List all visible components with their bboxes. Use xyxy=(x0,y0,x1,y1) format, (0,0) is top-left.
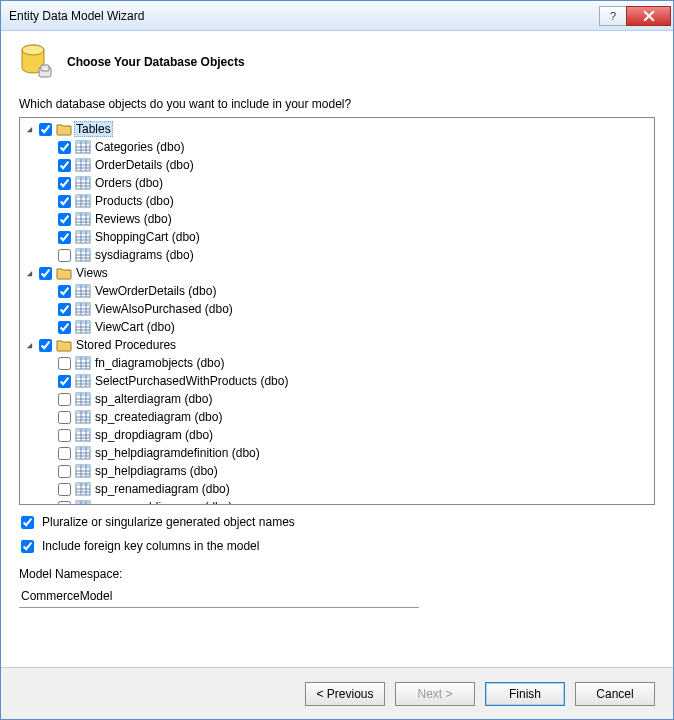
svg-rect-3 xyxy=(41,65,49,71)
tree-item-proc[interactable]: SelectPurchasedWithProducts (dbo) xyxy=(24,372,650,390)
tree-item-icon xyxy=(75,319,91,335)
tree-checkbox[interactable] xyxy=(58,483,71,496)
tree-item-icon xyxy=(75,229,91,245)
collapse-icon[interactable]: ◢ xyxy=(24,124,35,135)
foreignkey-option: Include foreign key columns in the model xyxy=(19,539,655,553)
svg-rect-29 xyxy=(76,213,90,216)
tree-checkbox[interactable] xyxy=(58,465,71,478)
wizard-body: Which database objects do you want to in… xyxy=(1,89,673,667)
svg-rect-65 xyxy=(76,357,90,360)
tree-item-proc[interactable]: sp_helpdiagramdefinition (dbo) xyxy=(24,444,650,462)
previous-button[interactable]: < Previous xyxy=(305,682,385,706)
tree-item-label: sp_dropdiagram (dbo) xyxy=(93,428,215,442)
svg-rect-83 xyxy=(76,411,90,414)
tree-item-icon xyxy=(75,445,91,461)
tree-item-proc[interactable]: sp_dropdiagram (dbo) xyxy=(24,426,650,444)
tree-item-table[interactable]: OrderDetails (dbo) xyxy=(24,156,650,174)
tree-item-proc[interactable]: sp_renamediagram (dbo) xyxy=(24,480,650,498)
tree-checkbox[interactable] xyxy=(39,267,52,280)
tree-checkbox[interactable] xyxy=(58,321,71,334)
tree-item-icon xyxy=(75,499,91,505)
svg-rect-89 xyxy=(76,429,90,432)
tree-node-views[interactable]: ◢Views xyxy=(24,264,650,282)
tree-checkbox[interactable] xyxy=(58,357,71,370)
tree-item-icon xyxy=(75,355,91,371)
collapse-icon[interactable]: ◢ xyxy=(24,340,35,351)
svg-rect-101 xyxy=(76,465,90,468)
header-title: Choose Your Database Objects xyxy=(67,55,245,69)
tree-item-proc[interactable]: sp_alterdiagram (dbo) xyxy=(24,390,650,408)
tree-checkbox[interactable] xyxy=(58,447,71,460)
tree-node-tables[interactable]: ◢Tables xyxy=(24,120,650,138)
tree-item-icon xyxy=(75,427,91,443)
tree-checkbox[interactable] xyxy=(58,429,71,442)
tree-item-view[interactable]: VewOrderDetails (dbo) xyxy=(24,282,650,300)
tree-item-label: OrderDetails (dbo) xyxy=(93,158,196,172)
tree-item-table[interactable]: Orders (dbo) xyxy=(24,174,650,192)
prompt-text: Which database objects do you want to in… xyxy=(19,97,655,111)
tree-item-label: sp_helpdiagramdefinition (dbo) xyxy=(93,446,262,460)
tree-item-proc[interactable]: fn_diagramobjects (dbo) xyxy=(24,354,650,372)
tree-checkbox[interactable] xyxy=(58,249,71,262)
pluralize-checkbox[interactable] xyxy=(21,516,34,529)
tree-checkbox[interactable] xyxy=(58,411,71,424)
tree-checkbox[interactable] xyxy=(39,339,52,352)
wizard-footer: < Previous Next > Finish Cancel xyxy=(1,667,673,719)
close-button[interactable] xyxy=(626,6,671,26)
tree-item-label: ViewCart (dbo) xyxy=(93,320,177,334)
window-buttons: ? xyxy=(600,6,671,26)
tree-item-label: Views xyxy=(74,266,110,280)
tree-checkbox[interactable] xyxy=(58,375,71,388)
tree-checkbox[interactable] xyxy=(58,213,71,226)
tree-item-icon xyxy=(56,121,72,137)
tree-item-proc[interactable]: sp_creatediagram (dbo) xyxy=(24,408,650,426)
tree-item-view[interactable]: ViewAlsoPurchased (dbo) xyxy=(24,300,650,318)
tree-checkbox[interactable] xyxy=(58,159,71,172)
tree-item-label: sp_helpdiagrams (dbo) xyxy=(93,464,220,478)
titlebar: Entity Data Model Wizard ? xyxy=(1,1,673,31)
tree-item-table[interactable]: Reviews (dbo) xyxy=(24,210,650,228)
tree-checkbox[interactable] xyxy=(58,285,71,298)
tree-checkbox[interactable] xyxy=(58,177,71,190)
wizard-window: Entity Data Model Wizard ? Choose Your D… xyxy=(0,0,674,720)
collapse-icon[interactable]: ◢ xyxy=(24,268,35,279)
wizard-header: Choose Your Database Objects xyxy=(1,31,673,89)
help-button[interactable]: ? xyxy=(599,6,627,26)
tree-node-procs[interactable]: ◢Stored Procedures xyxy=(24,336,650,354)
tree-item-table[interactable]: sysdiagrams (dbo) xyxy=(24,246,650,264)
tree-checkbox[interactable] xyxy=(58,303,71,316)
namespace-input[interactable] xyxy=(19,585,419,608)
next-button[interactable]: Next > xyxy=(395,682,475,706)
tree-item-label: Categories (dbo) xyxy=(93,140,186,154)
close-icon xyxy=(643,10,655,22)
svg-rect-71 xyxy=(76,375,90,378)
svg-rect-77 xyxy=(76,393,90,396)
foreignkey-checkbox[interactable] xyxy=(21,540,34,553)
finish-button[interactable]: Finish xyxy=(485,682,565,706)
tree-item-table[interactable]: ShoppingCart (dbo) xyxy=(24,228,650,246)
tree-item-table[interactable]: Products (dbo) xyxy=(24,192,650,210)
svg-rect-47 xyxy=(76,285,90,288)
tree-checkbox[interactable] xyxy=(58,141,71,154)
tree-item-icon xyxy=(75,247,91,263)
tree-checkbox[interactable] xyxy=(39,123,52,136)
tree-checkbox[interactable] xyxy=(58,501,71,506)
tree-item-label: sp_renamediagram (dbo) xyxy=(93,482,232,496)
svg-rect-53 xyxy=(76,303,90,306)
cancel-button[interactable]: Cancel xyxy=(575,682,655,706)
svg-rect-95 xyxy=(76,447,90,450)
tree-item-proc[interactable]: sp_upgraddiagrams (dbo) xyxy=(24,498,650,505)
tree-item-proc[interactable]: sp_helpdiagrams (dbo) xyxy=(24,462,650,480)
tree-checkbox[interactable] xyxy=(58,195,71,208)
tree-item-view[interactable]: ViewCart (dbo) xyxy=(24,318,650,336)
tree-item-icon xyxy=(56,265,72,281)
tree-item-icon xyxy=(56,337,72,353)
tree-item-icon xyxy=(75,301,91,317)
object-tree[interactable]: ◢TablesCategories (dbo)OrderDetails (dbo… xyxy=(19,117,655,505)
window-title: Entity Data Model Wizard xyxy=(9,9,600,23)
tree-item-label: SelectPurchasedWithProducts (dbo) xyxy=(93,374,290,388)
tree-item-table[interactable]: Categories (dbo) xyxy=(24,138,650,156)
tree-checkbox[interactable] xyxy=(58,393,71,406)
tree-item-label: Tables xyxy=(74,121,113,137)
tree-checkbox[interactable] xyxy=(58,231,71,244)
